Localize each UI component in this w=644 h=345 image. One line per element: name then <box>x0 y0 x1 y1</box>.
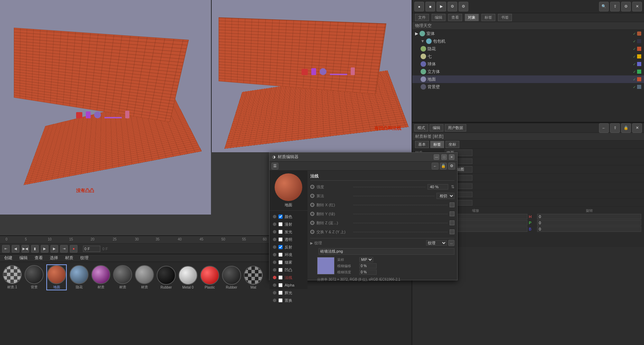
tl-next-frame[interactable]: ▶ <box>50 245 58 253</box>
ch-env-cb[interactable] <box>278 253 283 257</box>
obj-item-7[interactable]: 背景壁 ✓ <box>412 83 644 91</box>
mat-ball-10[interactable] <box>222 266 241 285</box>
tex-expand-arrow[interactable]: ▶ <box>310 241 313 245</box>
mat-ball-7[interactable] <box>157 266 176 285</box>
ch-color-cb[interactable] <box>278 215 283 219</box>
ch-fog-cb[interactable] <box>278 260 283 264</box>
mat-ed-settings[interactable]: ⚙ <box>448 163 455 170</box>
normal-strength-spinner[interactable]: ⇅ <box>451 184 454 189</box>
obj-item-5[interactable]: 立方体 ✓ <box>412 68 644 75</box>
obj-item-4[interactable]: 球体 ✓ <box>412 60 644 68</box>
mode-up[interactable]: ⇧ <box>610 123 620 133</box>
tl-last-frame[interactable]: ⇥ <box>60 245 68 253</box>
mode-lock[interactable]: 🔒 <box>621 123 631 133</box>
obj-item-2[interactable]: 隐花 ✓ <box>412 45 644 53</box>
mat-create[interactable]: 创建 <box>3 254 14 262</box>
tex-type-select[interactable]: 纹理 <box>426 240 447 246</box>
mat-ball-4[interactable] <box>91 265 110 284</box>
ch-env[interactable]: 环境 <box>272 251 305 258</box>
viewport-left[interactable]: 没有凸凸 <box>0 0 211 215</box>
normal-algo-radio[interactable] <box>310 194 314 198</box>
prop-subtab-basic[interactable]: 基本 <box>415 141 429 148</box>
tl-stop[interactable]: ▮ <box>31 245 39 253</box>
obj-item-0[interactable]: ▶ 室体 ✓ <box>412 30 644 37</box>
ch-glow2-cb[interactable] <box>278 291 283 295</box>
tab-edit[interactable]: 编辑 <box>432 14 445 21</box>
mat-material[interactable]: 材质 <box>64 254 75 262</box>
tex-preview-thumb[interactable] <box>317 257 334 274</box>
ch-normal[interactable]: 法线 <box>272 274 305 281</box>
prop-subtab-tag[interactable]: 标签 <box>430 141 444 148</box>
normal-swap-radio[interactable] <box>310 230 314 234</box>
mat-ball-0[interactable] <box>3 265 22 284</box>
mat-select[interactable]: 选择 <box>48 254 59 262</box>
tex-blur1-input[interactable] <box>359 263 377 269</box>
tex-blur2-input[interactable] <box>359 270 377 275</box>
mode-back[interactable]: ← <box>599 123 609 133</box>
mat-ed-lock[interactable]: 🔒 <box>440 163 447 170</box>
mat-ball-5[interactable] <box>113 265 132 284</box>
rt-icon-search[interactable]: 🔍 <box>599 2 609 11</box>
ch-diffuse[interactable]: 漫射 <box>272 220 305 228</box>
mat-editor-close[interactable]: ✕ <box>449 154 454 160</box>
rt-icon-5[interactable]: ⚙ <box>459 2 468 11</box>
rt-icon-up[interactable]: ⇧ <box>610 2 620 11</box>
tl-current-frame[interactable] <box>83 246 100 252</box>
ch-fog[interactable]: 烟雾 <box>272 258 305 266</box>
ch-glow2[interactable]: 辉光 <box>272 289 305 297</box>
normal-flipx-radio[interactable] <box>310 203 314 207</box>
viewport-right[interactable]: 有凹凸和法线 <box>211 0 412 152</box>
tex-filter-select[interactable]: MIP <box>359 257 373 262</box>
obj-item-1[interactable]: ▼ 包包机 ✓ <box>412 37 644 45</box>
tab-file[interactable]: 文件 <box>415 14 429 21</box>
mat-view[interactable]: 查看 <box>33 254 44 262</box>
normal-flipz-cb[interactable] <box>450 220 454 225</box>
mat-ball-8[interactable] <box>178 266 197 285</box>
rt-icon-3[interactable]: ▶ <box>436 2 446 11</box>
mat-ball-3[interactable] <box>70 265 89 284</box>
rt-icon-close[interactable]: ✕ <box>632 2 642 11</box>
normal-strength-radio[interactable] <box>310 185 314 189</box>
rt-icon-settings[interactable]: ⚙ <box>621 2 631 11</box>
normal-strength-input[interactable] <box>427 184 448 190</box>
rt-icon-4[interactable]: ⚙ <box>448 2 457 11</box>
ch-reflect[interactable]: 反射 <box>272 243 305 251</box>
mat-ball-6[interactable] <box>135 265 154 284</box>
mat-ball-2[interactable] <box>47 265 66 284</box>
mat-texture[interactable]: 纹理 <box>79 254 90 262</box>
mat-ball-9[interactable] <box>200 266 219 285</box>
normal-flipy-cb[interactable] <box>450 211 454 216</box>
tab-bookmark[interactable]: 书签 <box>498 14 512 21</box>
normal-flipx-cb[interactable] <box>450 202 454 207</box>
ch-reflect-cb[interactable] <box>278 245 283 249</box>
ch-normal-cb[interactable] <box>278 275 283 280</box>
mat-ed-back[interactable]: ← <box>432 163 439 170</box>
ch-alpha-cb[interactable] <box>278 283 283 287</box>
normal-flipy-radio[interactable] <box>310 212 314 216</box>
obj-item-6[interactable]: 地面 ✓ <box>412 75 644 83</box>
ch-color[interactable]: 颜色 <box>272 213 305 220</box>
ch-glow-cb[interactable] <box>278 230 283 234</box>
mode-tab-userdata[interactable]: 用户数据 <box>445 124 466 131</box>
mat-editor-maximize[interactable]: □ <box>441 154 447 160</box>
normal-flipz-radio[interactable] <box>310 221 314 225</box>
ch-transparent[interactable]: 透明 <box>272 236 305 243</box>
sr-rot-b[interactable] <box>537 226 641 232</box>
normal-swap-cb[interactable] <box>450 229 454 234</box>
sr-rot-p[interactable] <box>537 220 641 226</box>
ch-displace-cb[interactable] <box>278 298 283 302</box>
ch-alpha[interactable]: Alpha <box>272 281 305 289</box>
mat-edit[interactable]: 编辑 <box>18 254 29 262</box>
prop-subtab-coord[interactable]: 坐标 <box>445 141 459 148</box>
tab-object[interactable]: 对象 <box>465 14 479 21</box>
mat-editor-minimize[interactable]: — <box>434 154 439 160</box>
mat-ball-11[interactable] <box>244 266 263 285</box>
rt-icon-2[interactable]: ■ <box>425 2 435 11</box>
mode-tab-mode[interactable]: 模式 <box>414 124 428 131</box>
mat-ball-1[interactable] <box>25 265 44 284</box>
tl-play-back[interactable]: ▶◀ <box>21 245 29 253</box>
tl-play[interactable]: ▶ <box>41 245 48 253</box>
ch-glow[interactable]: 发光 <box>272 228 305 236</box>
normal-algo-select[interactable]: 相切 <box>436 193 454 199</box>
ch-diffuse-cb[interactable] <box>278 222 283 226</box>
